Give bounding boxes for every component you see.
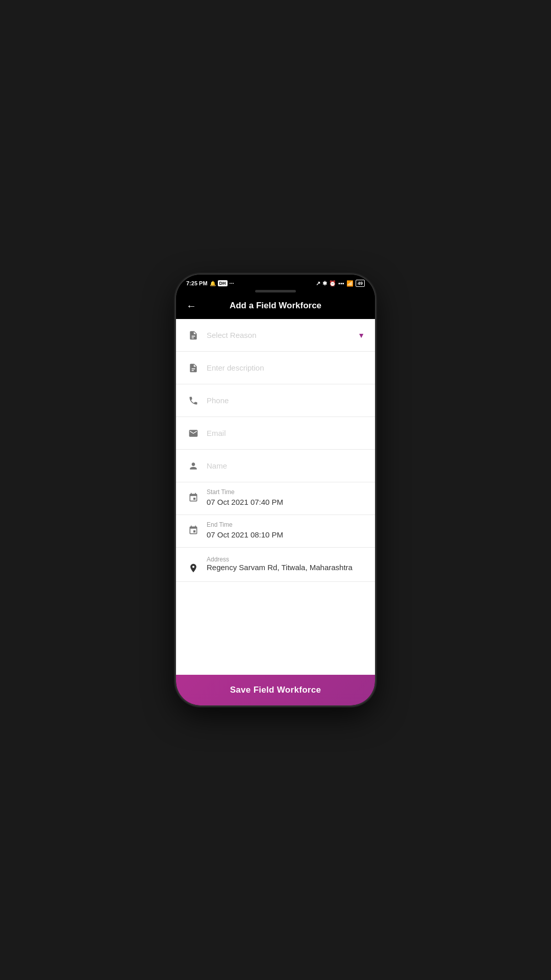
status-right: ↗ ✱ ⏰ ▪▪▪ 📶 49: [316, 280, 365, 287]
phone-input[interactable]: [207, 396, 365, 405]
time-display: 7:25 PM: [186, 280, 208, 286]
start-time-content: Start Time 07 Oct 2021 07:40 PM: [207, 488, 283, 506]
wifi-icon: 📶: [346, 280, 354, 287]
notification-icon: 🔔: [210, 281, 216, 286]
end-time-value: 07 Oct 2021 08:10 PM: [207, 530, 283, 539]
status-bar: 7:25 PM 🔔 DH ··· ↗ ✱ ⏰ ▪▪▪ 📶 49: [176, 275, 375, 289]
select-reason-field[interactable]: ▼: [176, 319, 375, 352]
email-input[interactable]: [207, 429, 365, 437]
end-time-field[interactable]: End Time 07 Oct 2021 08:10 PM: [176, 515, 375, 548]
notch-pill: [255, 290, 296, 292]
bluetooth-icon: ✱: [322, 280, 327, 287]
address-field[interactable]: Address Regency Sarvam Rd, Titwala, Maha…: [176, 548, 375, 582]
page-title: Add a Field Workforce: [203, 301, 348, 311]
description-input[interactable]: [207, 363, 365, 372]
start-time-icon: [186, 493, 201, 503]
save-button[interactable]: Save Field Workforce: [176, 675, 375, 705]
person-icon: [186, 461, 201, 471]
phone-frame: 7:25 PM 🔔 DH ··· ↗ ✱ ⏰ ▪▪▪ 📶 49 ←: [176, 275, 375, 705]
more-icon: ···: [230, 280, 234, 286]
notch-area: [176, 289, 375, 295]
email-field[interactable]: [176, 417, 375, 450]
reason-icon: [186, 330, 201, 340]
description-icon: [186, 363, 201, 373]
description-field[interactable]: [176, 352, 375, 384]
status-left: 7:25 PM 🔔 DH ···: [186, 280, 234, 286]
app-header: ← Add a Field Workforce: [176, 295, 375, 319]
phone-field[interactable]: [176, 384, 375, 417]
reason-input[interactable]: [207, 331, 365, 339]
back-button[interactable]: ←: [186, 301, 196, 311]
sim-icon: DH: [218, 280, 228, 286]
email-icon: [186, 428, 201, 438]
end-time-icon: [186, 525, 201, 535]
start-time-field[interactable]: Start Time 07 Oct 2021 07:40 PM: [176, 482, 375, 515]
start-time-label: Start Time: [207, 488, 283, 496]
end-time-content: End Time 07 Oct 2021 08:10 PM: [207, 521, 283, 539]
end-time-label: End Time: [207, 521, 283, 528]
dropdown-arrow-icon: ▼: [358, 331, 365, 339]
phone-screen: 7:25 PM 🔔 DH ··· ↗ ✱ ⏰ ▪▪▪ 📶 49 ←: [176, 275, 375, 705]
address-label: Address: [207, 556, 365, 563]
form-card: ▼: [176, 319, 375, 675]
signal-icon: ▪▪▪: [338, 280, 344, 286]
address-icon: [186, 563, 201, 573]
name-input[interactable]: [207, 461, 365, 470]
name-field[interactable]: [176, 450, 375, 482]
phone-icon: [186, 396, 201, 406]
battery-icon: 49: [356, 280, 365, 287]
location-icon: ↗: [316, 280, 320, 287]
address-content: Address Regency Sarvam Rd, Titwala, Maha…: [207, 556, 365, 572]
address-value: Regency Sarvam Rd, Titwala, Maharashtra: [207, 563, 365, 572]
start-time-value: 07 Oct 2021 07:40 PM: [207, 498, 283, 506]
alarm-icon: ⏰: [329, 280, 336, 287]
main-content: ▼: [176, 319, 375, 675]
